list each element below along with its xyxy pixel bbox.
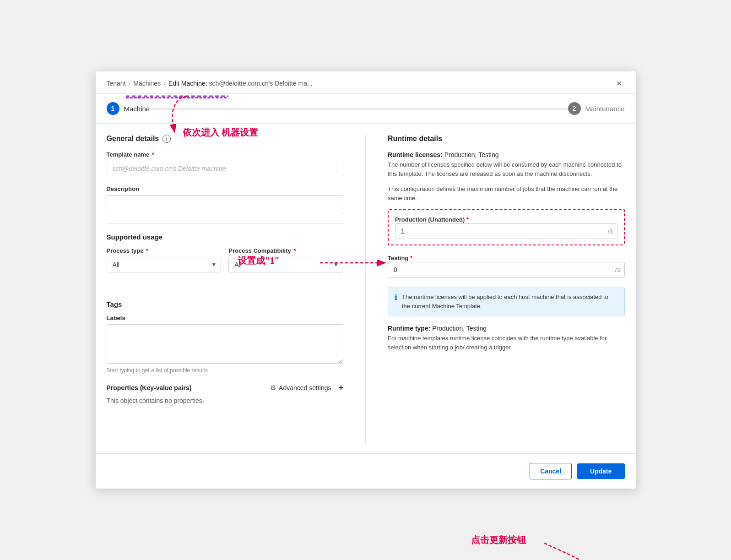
process-fields: Process type * All Background UI ▼ Proce… xyxy=(107,247,344,282)
testing-input-wrapper: /3 xyxy=(388,262,625,277)
stepper-line xyxy=(132,109,599,109)
runtime-desc-2: This configuration defines the maximum n… xyxy=(388,185,625,202)
step-2-label: Maintenance xyxy=(585,105,625,113)
production-label: Production (Unattended) * xyxy=(395,216,469,223)
modal-header: Tenant › Machines › Edit Machine: sch@de… xyxy=(96,71,636,94)
modal-body: General details i Template name * Descri… xyxy=(96,124,636,444)
step-2-circle: 2 xyxy=(568,102,581,115)
process-type-label: Process type * xyxy=(107,247,222,254)
properties-row: Properties (Key-value pairs) ⚙ Advanced … xyxy=(107,383,344,392)
properties-actions: ⚙ Advanced settings + xyxy=(270,383,343,392)
description-label: Description xyxy=(107,185,344,192)
production-field: Production (Unattended) * /3 xyxy=(395,215,617,239)
runtime-licenses-value: Production, Testing xyxy=(444,151,499,158)
testing-input[interactable] xyxy=(388,262,625,277)
process-type-select-wrapper: All Background UI ▼ xyxy=(107,257,222,272)
modal-footer: Cancel Update xyxy=(96,453,636,489)
info-box-icon: ℹ xyxy=(395,293,397,302)
breadcrumb-machines[interactable]: Machines xyxy=(133,80,161,87)
production-box: Production (Unattended) * /3 xyxy=(388,209,625,245)
process-compat-select-wrapper: All Windows Linux ▼ xyxy=(228,257,343,272)
advanced-settings-button[interactable]: ⚙ Advanced settings xyxy=(270,384,331,392)
properties-empty-text: This object contains no properties. xyxy=(107,397,344,404)
labels-field: Labels Start typing to get a list of pos… xyxy=(107,315,344,374)
labels-hint: Start typing to get a list of possible r… xyxy=(107,367,344,374)
testing-label: Testing * xyxy=(388,255,412,261)
runtime-desc-1: The number of licenses specified below w… xyxy=(388,160,625,178)
modal-container: 依次进入 机器设置 设置成"1" 点击更新按钮 Tenant › Machine… xyxy=(96,71,636,489)
step-1: 1 Machine xyxy=(107,102,150,115)
description-field: Description xyxy=(107,185,344,214)
process-type-select[interactable]: All Background UI xyxy=(107,257,222,272)
testing-field: Testing * /3 xyxy=(388,254,625,277)
runtime-type-desc: For machine templates runtime license co… xyxy=(388,334,625,352)
right-panel: Runtime details Runtime licenses: Produc… xyxy=(366,135,625,444)
production-max: /3 xyxy=(608,228,613,235)
testing-max: /3 xyxy=(615,266,620,273)
runtime-type-value: Production, Testing xyxy=(432,325,487,332)
breadcrumb-sep-1: › xyxy=(129,80,131,87)
breadcrumb-tenant[interactable]: Tenant xyxy=(107,80,126,87)
description-input[interactable] xyxy=(107,195,344,214)
cancel-button[interactable]: Cancel xyxy=(530,463,572,479)
step-2: 2 Maintenance xyxy=(568,102,625,115)
stepper: 1 Machine 2 Maintenance xyxy=(96,94,636,124)
close-button[interactable]: × xyxy=(614,78,625,89)
template-name-input[interactable] xyxy=(107,161,344,176)
advanced-settings-label: Advanced settings xyxy=(279,384,331,391)
supported-usage-title: Supported usage xyxy=(107,233,344,241)
tags-title: Tags xyxy=(107,300,344,308)
breadcrumb: Tenant › Machines › Edit Machine: sch@de… xyxy=(107,80,313,87)
process-type-field: Process type * All Background UI ▼ xyxy=(107,247,222,272)
runtime-details-title: Runtime details xyxy=(388,135,625,143)
left-panel: General details i Template name * Descri… xyxy=(107,135,366,444)
annotation-text-3: 点击更新按钮 xyxy=(471,534,526,546)
gear-icon: ⚙ xyxy=(270,384,276,392)
breadcrumb-sep-2: › xyxy=(163,80,166,87)
template-name-label: Template name * xyxy=(107,151,344,158)
process-compat-field: Process Compatibility * All Windows Linu… xyxy=(228,247,343,272)
template-name-field: Template name * xyxy=(107,151,344,176)
add-property-icon[interactable]: + xyxy=(338,383,343,392)
process-compat-label: Process Compatibility * xyxy=(228,247,343,254)
runtime-licenses-title: Runtime licenses: Production, Testing xyxy=(388,151,625,158)
info-box-text: The runtime licenses will be applied to … xyxy=(402,293,618,310)
info-box: ℹ The runtime licenses will be applied t… xyxy=(388,287,625,316)
process-compat-select[interactable]: All Windows Linux xyxy=(228,257,343,272)
update-button[interactable]: Update xyxy=(577,463,624,479)
breadcrumb-edit-label: Edit Machine: sch@deloitte.com.cn's Delo… xyxy=(168,80,313,87)
properties-title: Properties (Key-value pairs) xyxy=(107,384,192,391)
production-input[interactable] xyxy=(395,223,617,239)
general-details-info-icon[interactable]: i xyxy=(162,135,171,143)
runtime-type-label: Runtime type: Production, Testing xyxy=(388,325,625,332)
labels-textarea[interactable] xyxy=(107,324,344,364)
tags-section: Tags Labels Start typing to get a list o… xyxy=(107,300,344,374)
step-1-circle: 1 xyxy=(107,102,119,115)
labels-label: Labels xyxy=(107,315,344,321)
general-details-title: General details i xyxy=(107,135,344,143)
production-input-wrapper: /3 xyxy=(395,223,617,239)
step-1-label: Machine xyxy=(124,105,150,113)
runtime-type-section: Runtime type: Production, Testing For ma… xyxy=(388,325,625,352)
